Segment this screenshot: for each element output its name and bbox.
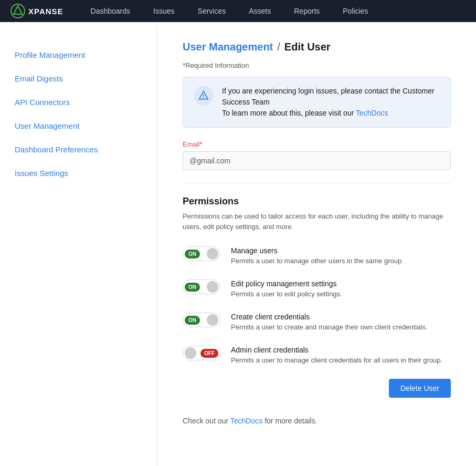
- main-content: User Management / Edit User *Required In…: [157, 22, 476, 466]
- navbar: XPANSE Dashboards Issues Services Assets…: [0, 0, 476, 22]
- breadcrumb: User Management / Edit User: [183, 41, 451, 53]
- alert-message: If you are experiencing login issues, pl…: [222, 86, 440, 108]
- sidebar-issues-settings[interactable]: Issues Settings: [0, 161, 157, 185]
- permissions-title: Permissions: [183, 196, 451, 207]
- alert-icon-wrap: [194, 86, 214, 106]
- sidebar-profile-management[interactable]: Profile Management: [0, 43, 157, 67]
- alert-techdocs-link[interactable]: TechDocs: [356, 109, 388, 117]
- nav-services[interactable]: Services: [186, 0, 238, 22]
- alert-sub-prefix: To learn more about this, please visit o…: [222, 109, 356, 117]
- toggle-thumb-1: [207, 281, 218, 293]
- toggle-on-badge-1: ON: [185, 283, 200, 292]
- layout: Profile Management Email Digests API Con…: [0, 22, 476, 466]
- nav-issues[interactable]: Issues: [142, 0, 186, 22]
- nav-dashboards[interactable]: Dashboards: [79, 0, 142, 22]
- permissions-description: Permissions can be used to tailor access…: [183, 211, 451, 232]
- perm-info-3: Admin client credentials Permits a user …: [231, 346, 442, 364]
- breadcrumb-user-management-link[interactable]: User Management: [183, 41, 273, 53]
- alert-text: If you are experiencing login issues, pl…: [222, 86, 440, 119]
- sidebar-email-digests[interactable]: Email Digests: [0, 67, 157, 90]
- required-info-label: *Required Information: [183, 61, 451, 69]
- perm-info-2: Create client credentials Permits a user…: [231, 313, 427, 331]
- perm-item-create-credentials: ON Create client credentials Permits a u…: [183, 313, 451, 331]
- perm-item-manage-users: ON Manage users Permits a user to manage…: [183, 246, 451, 265]
- toggle-admin-credentials[interactable]: OFF: [183, 346, 220, 360]
- alert-sub: To learn more about this, please visit o…: [222, 108, 440, 119]
- footer-prefix: Check out our: [183, 417, 230, 425]
- actions-row: Delete User: [183, 379, 451, 398]
- perm-name-0: Manage users: [231, 246, 404, 255]
- breadcrumb-separator: /: [277, 41, 280, 53]
- breadcrumb-current: Edit User: [284, 41, 331, 53]
- footer-techdocs-link[interactable]: TechDocs: [230, 417, 262, 425]
- perm-info-1: Edit policy management settings Permits …: [231, 279, 342, 298]
- svg-marker-1: [14, 6, 22, 14]
- toggle-thumb-2: [207, 314, 218, 326]
- toggle-create-credentials[interactable]: ON: [183, 313, 220, 327]
- delete-user-button[interactable]: Delete User: [389, 379, 451, 398]
- toggle-thumb-3: [185, 347, 196, 359]
- nav-links: Dashboards Issues Services Assets Report…: [79, 0, 380, 22]
- sidebar-api-connectors[interactable]: API Connectors: [0, 90, 157, 114]
- nav-policies[interactable]: Policies: [331, 0, 379, 22]
- sidebar-dashboard-preferences[interactable]: Dashboard Preferences: [0, 138, 157, 161]
- footer-text: Check out our TechDocs for more details.: [183, 417, 451, 425]
- toggle-edit-policy[interactable]: ON: [183, 279, 220, 294]
- perm-note-0: Permits a user to manage other users in …: [231, 257, 404, 265]
- permissions-section: Permissions Permissions can be used to t…: [183, 196, 451, 364]
- alert-box: If you are experiencing login issues, pl…: [183, 77, 451, 128]
- logo-text: XPANSE: [28, 7, 64, 16]
- perm-item-admin-credentials: OFF Admin client credentials Permits a u…: [183, 346, 451, 364]
- nav-assets[interactable]: Assets: [237, 0, 282, 22]
- xpanse-logo-icon: [10, 4, 25, 18]
- email-label: Email*: [183, 140, 451, 148]
- perm-note-3: Permits a user to manage client credenti…: [231, 356, 442, 364]
- toggle-thumb-0: [207, 248, 218, 260]
- perm-name-3: Admin client credentials: [231, 346, 442, 354]
- toggle-manage-users[interactable]: ON: [183, 246, 220, 261]
- email-input[interactable]: [183, 151, 451, 170]
- warning-icon: [198, 90, 209, 101]
- toggle-on-badge-0: ON: [185, 250, 200, 258]
- nav-reports[interactable]: Reports: [282, 0, 331, 22]
- perm-note-2: Permits a user to create and manage thei…: [231, 323, 427, 331]
- email-required-star: *: [200, 140, 203, 148]
- svg-point-3: [203, 97, 204, 98]
- toggle-off-badge-3: OFF: [200, 349, 218, 358]
- sidebar: Profile Management Email Digests API Con…: [0, 22, 157, 466]
- perm-name-1: Edit policy management settings: [231, 279, 342, 288]
- sidebar-user-management[interactable]: User Management: [0, 114, 157, 138]
- perm-item-edit-policy: ON Edit policy management settings Permi…: [183, 279, 451, 298]
- perm-note-1: Permits a user to edit policy settings.: [231, 290, 342, 298]
- footer-suffix: for more details.: [262, 417, 317, 425]
- logo[interactable]: XPANSE: [10, 4, 64, 18]
- toggle-on-badge-2: ON: [185, 316, 200, 325]
- email-field-group: Email*: [183, 140, 451, 170]
- section-divider: [183, 183, 451, 183]
- perm-name-2: Create client credentials: [231, 313, 427, 321]
- perm-info-0: Manage users Permits a user to manage ot…: [231, 246, 404, 265]
